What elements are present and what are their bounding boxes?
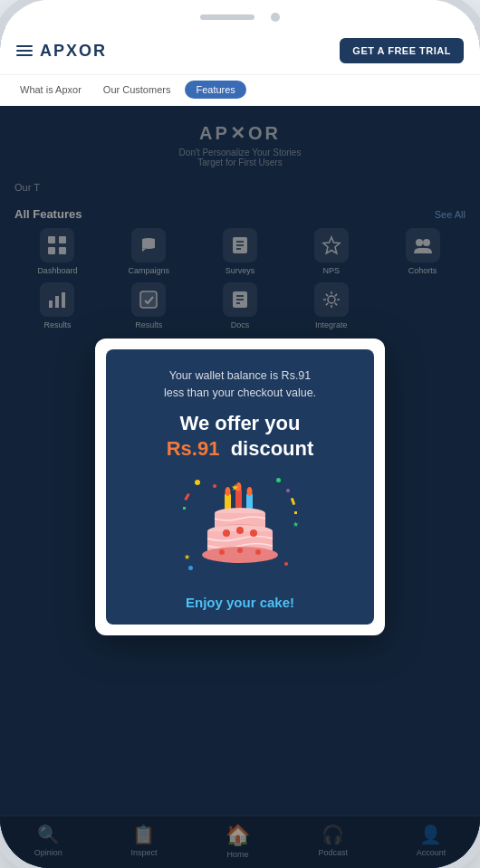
modal-discount-word: discount xyxy=(231,437,314,460)
nav-item-customers[interactable]: Our Customers xyxy=(96,81,178,99)
nav-bar: What is Apxor Our Customers Features xyxy=(0,74,480,106)
header-left: APXOR xyxy=(16,42,107,61)
svg-point-35 xyxy=(250,529,257,537)
phone-frame: APXOR GET A FREE TRIAL What is Apxor Our… xyxy=(0,0,480,868)
phone-speaker xyxy=(200,14,254,20)
main-content: AP✕OR Don't Personalize Your Stories Tar… xyxy=(0,106,480,868)
svg-point-34 xyxy=(236,527,244,534)
modal-overlay[interactable]: Your wallet balance is Rs.91less than yo… xyxy=(0,106,480,868)
modal-subtitle: Your wallet balance is Rs.91less than yo… xyxy=(120,367,360,402)
free-trial-button[interactable]: GET A FREE TRIAL xyxy=(340,38,464,63)
cake-illustration: ★ ★ ★ xyxy=(181,475,299,584)
svg-point-33 xyxy=(223,529,230,537)
nav-item-what[interactable]: What is Apxor xyxy=(13,81,89,99)
header: APXOR GET A FREE TRIAL xyxy=(0,27,480,74)
svg-point-37 xyxy=(237,548,243,553)
svg-point-36 xyxy=(219,549,225,555)
modal-card: Your wallet balance is Rs.91less than yo… xyxy=(95,339,385,636)
svg-point-23 xyxy=(226,487,231,496)
svg-point-25 xyxy=(247,487,253,496)
svg-point-38 xyxy=(255,549,261,555)
phone-screen: APXOR GET A FREE TRIAL What is Apxor Our… xyxy=(0,27,480,868)
logo: APXOR xyxy=(40,42,107,61)
modal-discount-text: Rs.91 discount xyxy=(120,437,360,461)
modal-offer-text: We offer you xyxy=(120,412,360,435)
nav-item-features[interactable]: Features xyxy=(185,81,245,99)
modal-enjoy-text[interactable]: Enjoy your cake! xyxy=(120,595,360,610)
phone-camera xyxy=(271,13,280,22)
modal-discount-amount: Rs.91 xyxy=(167,437,220,460)
modal-inner: Your wallet balance is Rs.91less than yo… xyxy=(106,349,374,625)
menu-icon[interactable] xyxy=(16,45,33,56)
phone-notch xyxy=(0,0,480,27)
